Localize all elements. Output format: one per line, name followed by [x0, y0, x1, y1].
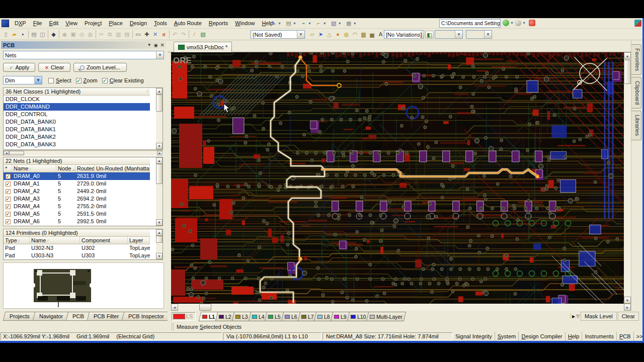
checkbox-box[interactable] — [48, 78, 54, 83]
app-icon[interactable] — [2, 20, 9, 27]
canvas-hscrollbar[interactable]: ◄ ► — [171, 304, 631, 311]
cut-icon[interactable]: ✂ — [97, 30, 106, 38]
side-tab-libraries[interactable]: Libraries — [631, 111, 641, 140]
empty-combo-1[interactable]: ▼ — [435, 30, 463, 39]
clear-filter-icon[interactable]: ϰ — [159, 30, 168, 38]
dropdown-arrow-icon[interactable]: ▼ — [278, 22, 281, 25]
panel-tab-projects[interactable]: Projects — [3, 312, 36, 321]
status-button-pcb[interactable]: PCB — [617, 332, 634, 341]
net-row[interactable]: ✓DRAM_A552591.540mil — [4, 210, 150, 218]
primitives-scrollbar[interactable]: ▲ ▼ — [156, 229, 163, 259]
dim-combo[interactable]: Dim▼ — [3, 76, 42, 84]
play-icon[interactable]: ▶ — [572, 314, 575, 319]
net-classes-scrollbar[interactable]: ▲ ▼ — [156, 88, 163, 149]
menu-window[interactable]: Window — [231, 19, 258, 28]
net-row[interactable]: ✓DRAM_A352694.230mil — [4, 195, 150, 203]
cross-select-icon[interactable]: ✕ — [151, 30, 159, 38]
arc-icon[interactable]: ◠ — [351, 30, 359, 38]
net-row[interactable]: ✓DRAM_A452755.260mil — [4, 203, 150, 210]
net-check-cell[interactable]: ✓ — [4, 210, 12, 218]
zoom-in-icon[interactable]: ◉ — [60, 30, 69, 38]
panel-tab-pcb-inspector[interactable]: PCB Inspector — [122, 312, 171, 321]
layer-clear-button[interactable]: Clear — [618, 312, 639, 321]
nets-header[interactable]: 22 Nets (1 Highlighted) — [4, 157, 150, 165]
view-3d-icon[interactable]: ◆ — [49, 30, 58, 38]
pan-sort-icon[interactable]: ⁞ — [570, 314, 571, 319]
net-classes-hscrollbar[interactable]: ◄ ► — [3, 150, 163, 156]
open-icon[interactable]: ▰ — [10, 30, 19, 38]
nets-scrollbar[interactable]: ▲ ▼ — [156, 157, 163, 226]
menu-edit[interactable]: Edit — [45, 19, 62, 28]
place-board-icon[interactable]: ▧ — [199, 30, 207, 38]
via-icon[interactable]: ◍ — [342, 30, 351, 38]
side-tab-clipboard[interactable]: Clipboard — [631, 77, 641, 109]
dropdown-arrow-icon[interactable]: ▼ — [293, 22, 296, 25]
nets-columns[interactable]: * Name ∕ Node ... Routed Un-Routed (Manh… — [4, 165, 150, 172]
zoom-area-icon[interactable]: ▣ — [69, 30, 77, 38]
home-icon[interactable] — [503, 20, 509, 26]
primitive-row[interactable]: PadU302-N3U302TopLayer — [4, 244, 150, 252]
favorites-icon[interactable] — [529, 20, 535, 26]
net-check-cell[interactable]: ✓ — [4, 172, 12, 180]
net-check-cell[interactable]: ✓ — [4, 218, 12, 225]
net-check-cell[interactable]: ✓ — [4, 180, 12, 188]
zoom-pointer-icon[interactable]: ◎ — [77, 30, 86, 38]
dropdown-arrow-icon[interactable]: ▼ — [353, 22, 357, 25]
checkbox-zoom[interactable]: ✓Zoom — [76, 77, 98, 83]
combo-arrow-icon[interactable]: ▼ — [34, 76, 42, 84]
layer-stack-icon[interactable]: ▤ — [284, 19, 293, 27]
combo-arrow-icon[interactable]: ▼ — [422, 31, 424, 38]
combo-arrow-icon[interactable]: ▼ — [156, 51, 164, 59]
net-classes-header[interactable]: 36 Net Classes (1 Highlighted)∕ — [4, 88, 150, 96]
mask-color-swatch[interactable] — [173, 314, 185, 319]
redo-icon[interactable]: ↷ — [179, 30, 188, 38]
net-check-cell[interactable]: ✓ — [4, 195, 12, 203]
pcb-editor-canvas[interactable] — [171, 52, 624, 304]
checkbox-select[interactable]: Select — [48, 77, 71, 83]
undo-icon[interactable]: ↶ — [171, 30, 179, 38]
empty-combo-2[interactable]: ▼ — [466, 30, 492, 39]
polygon-icon[interactable]: △ — [325, 30, 334, 38]
net-class-row[interactable]: DDR_DATA_BANK2 — [4, 133, 150, 141]
checkbox-box[interactable]: ✓ — [102, 78, 108, 83]
menu-tools[interactable]: Tools — [150, 19, 171, 28]
move-icon[interactable]: ✚ — [142, 30, 151, 38]
net-class-row[interactable]: DDR_DATA_BANK3 — [4, 141, 150, 148]
forward-drop-icon[interactable]: ▼ — [522, 21, 526, 25]
save-icon[interactable]: ▪ — [19, 30, 27, 38]
side-tab-favorites[interactable]: Favorites — [631, 44, 641, 75]
apply-button[interactable]: ✓Apply — [3, 63, 35, 72]
select-area-icon[interactable]: ▭ — [134, 30, 142, 38]
status-button-system[interactable]: System — [495, 332, 519, 341]
net-class-row[interactable]: DDR_DATA_BANK0 — [4, 118, 150, 126]
dropdown-arrow-icon[interactable]: ▼ — [323, 22, 327, 25]
clear-button[interactable]: ✕Clear — [38, 63, 70, 72]
panel-close-icon[interactable]: ✕ — [160, 42, 165, 48]
combo-arrow-icon[interactable]: ▼ — [297, 31, 304, 38]
net-row[interactable]: ✓DRAM_A152729.020mil — [4, 180, 150, 188]
fill-icon[interactable]: ▆ — [359, 30, 368, 38]
recent-path-combo[interactable]: C:\Documents and Settings\Administra▼ — [439, 19, 501, 28]
print-icon[interactable]: ▤ — [30, 30, 38, 38]
save-variation-icon[interactable]: ◧ — [425, 31, 434, 39]
zoom-selected-icon[interactable]: ◍ — [86, 30, 95, 38]
zoom-level-button[interactable]: Zoom Level... — [73, 63, 127, 72]
mask-level-button[interactable]: Mask Level — [581, 312, 617, 321]
checkbox-box[interactable]: ✓ — [76, 78, 82, 83]
menu-design[interactable]: Design — [126, 19, 150, 28]
menu-project[interactable]: Project — [81, 19, 105, 28]
polygon-pour-icon[interactable]: ▱ — [308, 30, 316, 38]
menu-file[interactable]: File — [30, 19, 46, 28]
menu-place[interactable]: Place — [105, 19, 126, 28]
menu-reports[interactable]: Reports — [205, 19, 232, 28]
dropdown-arrow-icon[interactable]: ▼ — [308, 22, 311, 25]
net-check-cell[interactable]: ✓ — [4, 188, 12, 195]
menu-dxp[interactable]: DXP — [11, 19, 30, 28]
menu-view[interactable]: View — [62, 19, 81, 28]
board-preview[interactable] — [3, 262, 164, 309]
pad-icon[interactable]: ● — [334, 30, 342, 38]
filter-icon[interactable]: ▽ — [576, 314, 580, 319]
status-button-help[interactable]: Help — [566, 332, 583, 341]
wiring-tool-icon[interactable]: ✎ — [269, 19, 278, 27]
checkbox-clear-existing[interactable]: ✓Clear Existing — [102, 77, 144, 83]
